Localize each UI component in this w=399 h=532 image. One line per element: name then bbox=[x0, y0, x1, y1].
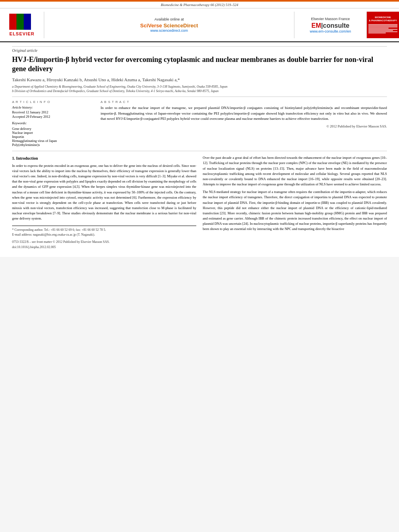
issn-text: 0753-3322/$ – see front matter © 2012 Pu… bbox=[12, 240, 196, 244]
journal-title-bar: Biomedicine & Pharmacotherapy 66 (2012) … bbox=[0, 2, 399, 8]
sciverse-section: Available online at SciVerse ScienceDire… bbox=[44, 12, 294, 38]
intro-heading: 1. Introduction bbox=[12, 155, 196, 162]
keyword-4: Hemagglutinating virus of Japan bbox=[12, 139, 93, 143]
journal-cover: BIOMEDICINE& PHARMACOTHERAPY bbox=[367, 12, 399, 38]
keyword-3: Importin bbox=[12, 135, 93, 139]
intro-col2-text: Over the past decade a great deal of eff… bbox=[203, 155, 387, 187]
article-history-label: Article history: bbox=[12, 105, 93, 109]
header-section: ELSEVIER Available online at SciVerse Sc… bbox=[0, 8, 399, 42]
em-consulte-section: Elsevier Masson France EM|consulte www.e… bbox=[294, 12, 367, 38]
intro-col1-text: In order to express the protein encoded … bbox=[12, 163, 196, 222]
page-container: Biomedicine & Pharmacotherapy 66 (2012) … bbox=[0, 0, 399, 257]
stripe-red bbox=[9, 14, 16, 30]
article-info-heading: A R T I C L E I N F O bbox=[12, 100, 93, 104]
accepted-label: Accepted 29 February 2012 bbox=[12, 115, 93, 119]
stripe-green bbox=[16, 14, 24, 30]
footer-section: 0753-3322/$ – see front matter © 2012 Pu… bbox=[12, 240, 196, 253]
article-authors: Takeshi Kawazu a, Hiroyuki Kanzaki b, At… bbox=[12, 77, 387, 82]
doi-text: doi:10.1016/j.biopha.2012.02.005 bbox=[12, 245, 196, 250]
info-section: A R T I C L E I N F O Article history: R… bbox=[12, 97, 387, 147]
em-url: www.em-consulte.com/en bbox=[310, 29, 351, 33]
article-type: Original article bbox=[12, 46, 387, 53]
abstract-text: In order to enhance the nuclear import o… bbox=[101, 105, 387, 122]
email-label: E-mail address: bbox=[12, 233, 32, 236]
stripe-blue bbox=[24, 14, 31, 30]
affiliation-a: a Department of Applied Chemistry & Bioe… bbox=[12, 84, 387, 89]
article-title: HVJ-E/importin-β hybrid vector for overc… bbox=[12, 55, 387, 74]
received-label: Received 12 January 2012 bbox=[12, 110, 93, 114]
article-content: Original article HVJ-E/importin-β hybrid… bbox=[0, 42, 399, 257]
elsevier-masson-text: Elsevier Masson France bbox=[311, 17, 350, 21]
copyright-text: © 2012 Published by Elsevier Masson SAS. bbox=[101, 124, 387, 128]
keywords-heading: Keywords: bbox=[12, 121, 93, 125]
abstract-section: A B S T R A C T In order to enhance the … bbox=[101, 100, 387, 147]
affiliation-b: b Division of Orthodontics and Dentofaci… bbox=[12, 89, 387, 93]
footnote-section: * Corresponding author. Tel.: +81 66 60 … bbox=[12, 226, 196, 238]
journal-cover-title: BIOMEDICINE& PHARMACOTHERAPY bbox=[369, 16, 397, 22]
elsevier-logo: ELSEVIER bbox=[0, 12, 44, 38]
journal-title-text: Biomedicine & Pharmacotherapy 66 (2012) … bbox=[161, 3, 239, 7]
body-columns: 1. Introduction In order to express the … bbox=[12, 151, 387, 253]
authors-text: Takeshi Kawazu a, Hiroyuki Kanzaki b, At… bbox=[12, 77, 180, 82]
when-cells-text: When cells bbox=[125, 201, 140, 205]
available-online-text: Available online at bbox=[154, 17, 184, 21]
keyword-1: Gene delivery bbox=[12, 127, 93, 131]
body-col-left: 1. Introduction In order to express the … bbox=[12, 155, 196, 253]
body-col-right: Over the past decade a great deal of eff… bbox=[203, 155, 387, 253]
em-logo: EM|consulte bbox=[311, 22, 349, 29]
affiliations: a Department of Applied Chemistry & Bioe… bbox=[12, 84, 387, 93]
article-info: A R T I C L E I N F O Article history: R… bbox=[12, 100, 93, 147]
keyword-5: Poly(ethylenimine)s bbox=[12, 143, 93, 147]
sciverse-label: SciVerse bbox=[140, 23, 164, 29]
elsevier-text: ELSEVIER bbox=[9, 31, 34, 36]
sciverse-url: www.sciencedirect.com bbox=[150, 29, 188, 33]
corresponding-author: * Corresponding author. Tel.: +81 66 60 … bbox=[12, 228, 196, 232]
keywords-list: Gene delivery Nuclear import Importin He… bbox=[12, 127, 93, 147]
abstract-heading: A B S T R A C T bbox=[101, 100, 387, 104]
email-line: E-mail address: nagasaki@bio.eng.osaka-c… bbox=[12, 232, 196, 237]
col2-para2-text: The NLS-mediated strategy for nuclear im… bbox=[203, 189, 387, 232]
sciencedirect-label: ScienceDirect bbox=[163, 23, 198, 29]
keyword-2: Nuclear import bbox=[12, 131, 93, 135]
email-value: nagasaki@bio.eng.osaka-cu.ac.jp (T. Naga… bbox=[33, 233, 95, 236]
